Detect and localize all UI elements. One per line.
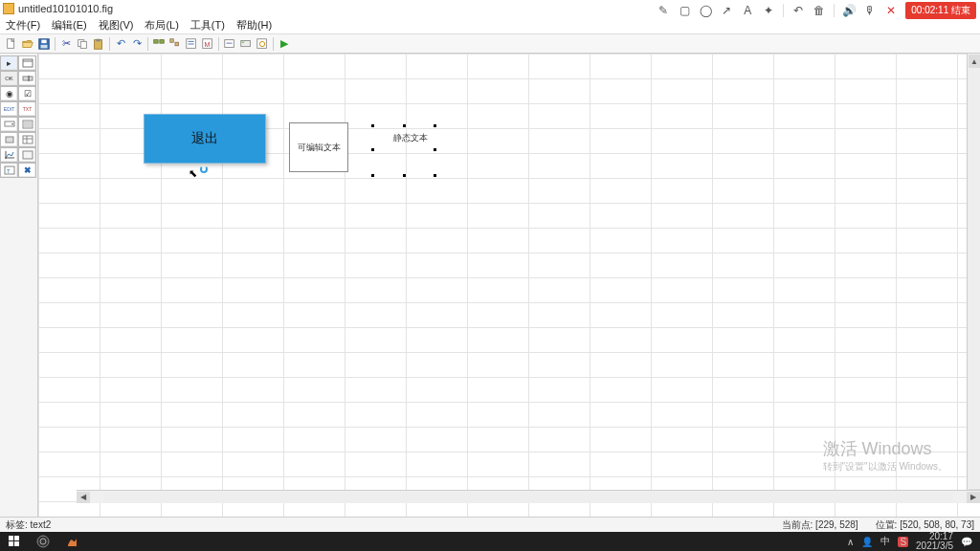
radio-tool[interactable]: ◉	[0, 86, 18, 101]
ui-static-text[interactable]: 静态文本	[393, 132, 428, 144]
selection-handle[interactable]	[371, 174, 374, 177]
taskbar-app-obs[interactable]	[29, 532, 57, 551]
svg-rect-11	[175, 42, 179, 46]
tray-ime-icon[interactable]: 中	[880, 535, 890, 548]
selection-handle[interactable]	[403, 174, 406, 177]
undo2-icon[interactable]: ↶	[791, 4, 805, 17]
svg-rect-31	[6, 137, 13, 143]
selection-handle[interactable]	[434, 174, 436, 177]
menu-file[interactable]: 文件(F)	[6, 18, 40, 33]
paste-icon[interactable]	[91, 36, 106, 52]
ui-edit-text[interactable]: 可编辑文本	[289, 122, 348, 172]
tray-up-icon[interactable]: ∧	[847, 537, 854, 547]
pushbutton-tool[interactable]: OK	[0, 71, 18, 86]
svg-rect-22	[23, 59, 33, 67]
new-icon[interactable]	[4, 36, 19, 52]
listbox-tool[interactable]	[18, 117, 36, 132]
menu-tools[interactable]: 工具(T)	[190, 18, 225, 33]
speaker-icon[interactable]: 🔊	[842, 4, 856, 17]
toolbar-sep	[218, 37, 219, 51]
status-tag-value: text2	[31, 519, 52, 530]
redo-icon[interactable]: ↷	[129, 36, 145, 52]
axes-tool[interactable]	[0, 147, 18, 163]
ui-pushbutton-exit[interactable]: 退出	[144, 114, 266, 164]
align-icon[interactable]	[151, 36, 167, 52]
vertical-scrollbar[interactable]: ▲ ▼	[967, 54, 980, 503]
tray-people-icon[interactable]: 👤	[861, 537, 873, 547]
scroll-track[interactable]	[968, 69, 980, 488]
menu-edit[interactable]: 编辑(E)	[52, 18, 87, 33]
editor-icon[interactable]	[184, 36, 199, 52]
edit-tool[interactable]: EDIT	[0, 101, 18, 117]
svg-rect-42	[9, 541, 13, 546]
figure-tool[interactable]	[18, 55, 36, 71]
tray-date: 2021/3/5	[916, 541, 953, 551]
distribute-icon[interactable]	[167, 36, 183, 52]
popup-tool[interactable]	[0, 117, 18, 132]
scroll-left-icon[interactable]: ◀	[77, 492, 90, 503]
menu-help[interactable]: 帮助(H)	[236, 18, 272, 33]
rect-icon[interactable]: ▢	[678, 4, 691, 17]
toolbar: ✂ ↶ ↷ M ▶	[0, 34, 980, 54]
svg-rect-19	[242, 41, 245, 43]
activex-tool[interactable]: ✖	[18, 163, 36, 178]
sep	[834, 4, 835, 17]
pencil-icon[interactable]: ✎	[657, 4, 670, 17]
tray-notifications-icon[interactable]: 💬	[961, 537, 972, 547]
toggle-tool[interactable]	[0, 132, 18, 147]
text-tool[interactable]: TXT	[18, 101, 36, 117]
property-icon[interactable]	[255, 36, 270, 52]
scroll-right-icon[interactable]: ▶	[967, 492, 980, 503]
select-tool[interactable]: ▸	[0, 55, 18, 71]
menu-view[interactable]: 视图(V)	[99, 18, 134, 33]
text-icon[interactable]: A	[741, 4, 754, 17]
svg-rect-2	[41, 39, 46, 43]
svg-rect-25	[28, 76, 30, 81]
selection-handle[interactable]	[434, 148, 436, 151]
status-tag-label: 标签:	[6, 519, 28, 530]
copy-icon[interactable]	[75, 36, 90, 52]
open-icon[interactable]	[20, 36, 35, 52]
tray-clock[interactable]: 20:17 2021/3/5	[916, 532, 953, 551]
svg-rect-10	[170, 38, 174, 42]
taskbar-app-matlab[interactable]	[57, 532, 86, 551]
panel-tool[interactable]	[18, 147, 36, 163]
tray-s-icon[interactable]: S	[898, 537, 908, 547]
svg-rect-32	[23, 136, 33, 143]
design-canvas[interactable]: 退出 可编辑文本 静态文本 ⬉ 激活 Windows 转到"设置"以激活 Win…	[38, 54, 980, 517]
statusbar: 标签: text2 当前点: [229, 528] 位置: [520, 508,…	[0, 517, 980, 532]
start-button[interactable]	[0, 532, 29, 551]
arrow-icon[interactable]: ↗	[720, 4, 733, 17]
highlight-icon[interactable]: ✦	[762, 4, 775, 17]
menubar: 文件(F) 编辑(E) 视图(V) 布局(L) 工具(T) 帮助(H)	[0, 17, 980, 34]
mic-icon[interactable]: 🎙	[863, 4, 877, 17]
horizontal-scrollbar[interactable]: ◀ ▶	[77, 490, 980, 503]
selection-handle[interactable]	[403, 124, 406, 127]
menu-layout[interactable]: 布局(L)	[145, 18, 178, 33]
undo-icon[interactable]: ↶	[113, 36, 128, 52]
svg-rect-43	[14, 541, 19, 546]
scroll-track[interactable]	[103, 492, 953, 503]
current-point-value: [229, 528]	[815, 519, 858, 530]
cut-icon[interactable]: ✂	[58, 36, 74, 52]
system-tray: ∧ 👤 中 S 20:17 2021/3/5 💬	[847, 532, 980, 551]
selection-handle[interactable]	[371, 148, 374, 151]
run-icon[interactable]: ▶	[277, 36, 292, 52]
svg-point-44	[37, 536, 49, 547]
close-icon[interactable]: ✕	[884, 4, 898, 17]
selection-handle[interactable]	[434, 124, 436, 127]
record-badge[interactable]: 00:02:11 结束	[905, 2, 976, 19]
checkbox-tool[interactable]: ☑	[18, 86, 36, 101]
edit-text-label: 可编辑文本	[298, 142, 341, 154]
table-tool[interactable]	[18, 132, 36, 147]
buttongroup-tool[interactable]: T	[0, 163, 18, 178]
trash-icon[interactable]: 🗑	[813, 4, 826, 17]
tab-order-icon[interactable]	[222, 36, 237, 52]
mfile-icon[interactable]: M	[200, 36, 215, 52]
selection-handle[interactable]	[371, 124, 374, 127]
circle-icon[interactable]: ◯	[699, 4, 712, 17]
save-icon[interactable]	[36, 36, 52, 52]
toolbar-editor-icon[interactable]	[238, 36, 254, 52]
slider-tool[interactable]	[18, 71, 36, 86]
scroll-up-icon[interactable]: ▲	[969, 55, 980, 68]
